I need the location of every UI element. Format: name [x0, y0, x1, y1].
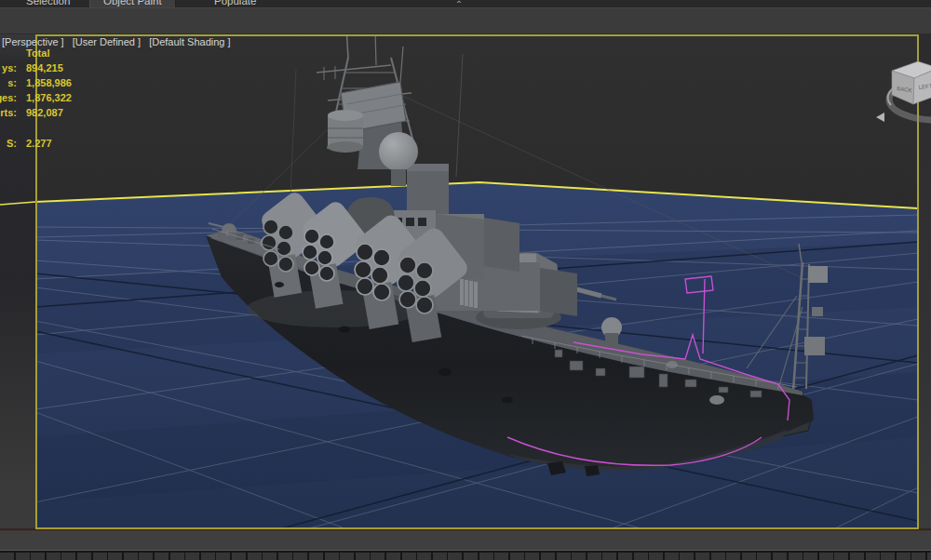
satcom-pedestal [605, 333, 618, 345]
status-bar [0, 530, 931, 550]
radome-pedestal [391, 169, 406, 186]
viewport-canvas[interactable]: BACK LEFT [0, 0, 931, 560]
stats-verts-label: rts: [0, 107, 17, 118]
mast-box [812, 307, 823, 316]
radome-sphere [379, 132, 418, 171]
deckhouse-aft-side [484, 218, 519, 272]
viewport-label: [Perspective ] [User Defined ] [Default … [2, 36, 236, 47]
stats-tris-label: s: [0, 77, 17, 88]
ribbon-collapse-chevron-icon[interactable]: ⌃ [452, 0, 466, 7]
stats-tris-value: 1,858,986 [26, 77, 72, 88]
stats-fps-label: S: [0, 138, 17, 149]
stats-polys-value: 894,215 [26, 62, 63, 73]
rudder [585, 465, 600, 476]
3dsmax-window: { "ribbon": { "tabs": [ {"label": "Selec… [0, 0, 931, 560]
viewport-pov-menu[interactable]: [Perspective ] [2, 36, 64, 47]
funnel-cap [407, 164, 449, 171]
tab-selection[interactable]: Selection [13, 0, 83, 7]
ribbon-tab-bar: Selection Object Paint Populate ⌃ [0, 0, 931, 7]
stats-polys-label: ys: [0, 62, 17, 73]
mast-box [808, 266, 828, 283]
right-viewport-sliver[interactable] [919, 34, 931, 528]
tab-populate[interactable]: Populate [201, 0, 269, 7]
tab-object-paint[interactable]: Object Paint [89, 0, 176, 7]
ribbon-body [0, 7, 931, 34]
stats-fps-value: 2.277 [26, 138, 52, 149]
stats-header: Total [26, 47, 49, 59]
timeline-ticks[interactable] [0, 553, 931, 560]
mast-box [804, 337, 825, 355]
viewport-shading-menu[interactable]: [Default Shading ] [149, 36, 230, 47]
capstan [709, 395, 724, 405]
stats-edges-label: ges: [0, 92, 17, 103]
stats-edges-value: 1,876,322 [26, 92, 72, 103]
viewport-view-menu[interactable]: [User Defined ] [73, 36, 141, 47]
funnel [407, 164, 449, 214]
stats-verts-value: 982,087 [26, 107, 63, 118]
timeline-track[interactable] [0, 550, 931, 560]
deckhouse-lower-side [540, 268, 577, 316]
